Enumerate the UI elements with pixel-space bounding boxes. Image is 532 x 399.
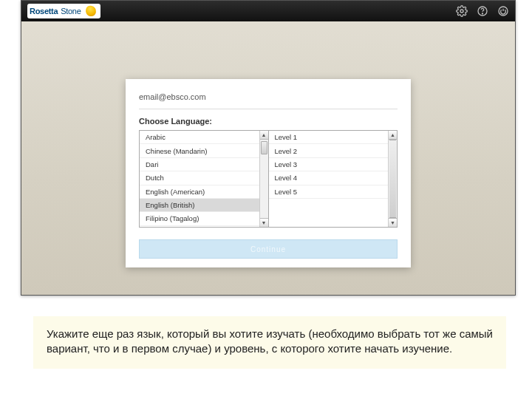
list-item[interactable]: Arabic	[140, 131, 259, 144]
list-item[interactable]: Chinese (Mandarin)	[140, 144, 259, 157]
scroll-up-icon[interactable]: ▲	[389, 131, 397, 140]
brand-logo: Rosetta Stone	[27, 4, 100, 18]
selection-lists: ArabicChinese (Mandarin)DariDutchEnglish…	[139, 130, 398, 228]
list-item[interactable]: Level 2	[269, 144, 389, 157]
svg-point-2	[482, 13, 482, 14]
scroll-thumb[interactable]	[261, 141, 267, 154]
list-item[interactable]: Dutch	[140, 171, 259, 185]
scroll-track[interactable]	[260, 140, 268, 218]
brand-word-2: Stone	[61, 7, 81, 16]
scroll-down-icon[interactable]: ▼	[260, 218, 268, 227]
list-item[interactable]: Filipino (Tagalog)	[140, 212, 259, 225]
stone-icon	[84, 5, 96, 17]
list-item[interactable]: French	[140, 226, 259, 227]
list-item[interactable]: Level 1	[269, 131, 389, 144]
list-item[interactable]: Level 4	[269, 171, 389, 185]
scrollbar[interactable]: ▲ ▼	[388, 131, 397, 227]
help-icon[interactable]	[477, 5, 488, 17]
instruction-text: Укажите еще раз язык, который вы хотите …	[33, 316, 506, 369]
signin-card: email@ebsco.com Choose Language: ArabicC…	[126, 79, 411, 267]
content-area: email@ebsco.com Choose Language: ArabicC…	[21, 21, 515, 295]
scrollbar[interactable]: ▲ ▼	[259, 131, 268, 227]
top-bar: Rosetta Stone	[21, 1, 515, 21]
language-listbox[interactable]: ArabicChinese (Mandarin)DariDutchEnglish…	[140, 131, 268, 227]
list-item[interactable]: Level 3	[269, 158, 389, 171]
app-window: Rosetta Stone	[21, 0, 516, 296]
email-display: email@ebsco.com	[139, 89, 398, 109]
list-item[interactable]: English (American)	[140, 185, 259, 199]
scroll-thumb[interactable]	[389, 140, 396, 218]
top-bar-icons	[456, 5, 509, 17]
brand-word-1: Rosetta	[30, 7, 58, 16]
gear-icon[interactable]	[456, 5, 468, 17]
scroll-up-icon[interactable]: ▲	[260, 131, 268, 140]
list-item[interactable]: Level 5	[269, 185, 389, 199]
svg-point-0	[460, 10, 463, 13]
level-listbox[interactable]: Level 1Level 2Level 3Level 4Level 5 ▲ ▼	[268, 131, 398, 227]
list-item[interactable]: Dari	[140, 158, 259, 171]
continue-button[interactable]: Continue	[139, 239, 398, 259]
power-icon[interactable]	[497, 5, 509, 17]
scroll-down-icon[interactable]: ▼	[389, 218, 397, 227]
list-item[interactable]: English (British)	[140, 199, 259, 212]
scroll-track[interactable]	[389, 140, 397, 218]
choose-language-label: Choose Language:	[139, 109, 398, 130]
